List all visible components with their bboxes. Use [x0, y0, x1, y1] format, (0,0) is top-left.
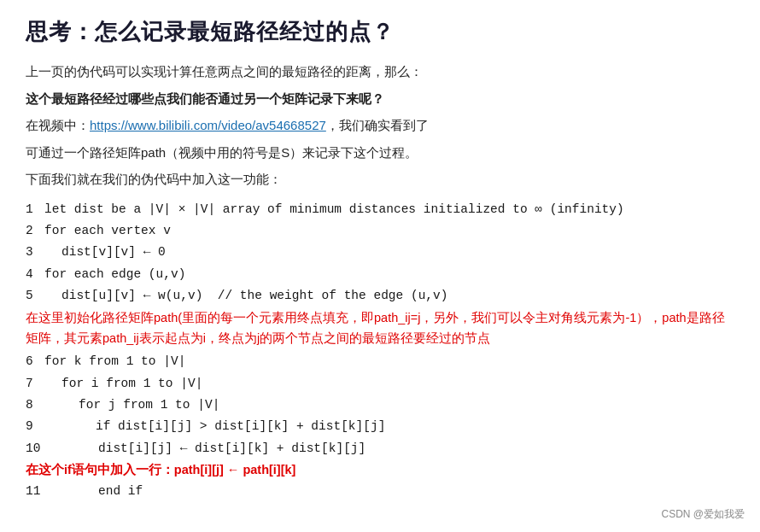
- code-line-11: 11 end if: [26, 481, 734, 502]
- red-annotation-2: 在这个if语句中加入一行：path[i][j] ← path[i][k]: [26, 459, 734, 481]
- slide-title: 思考：怎么记录最短路径经过的点？: [26, 17, 734, 47]
- code-line-9: 9 if dist[i][j] > dist[i][k] + dist[k][j…: [26, 416, 734, 437]
- intro-line4: 可通过一个路径矩阵path（视频中用的符号是S）来记录下这个过程。: [26, 142, 734, 164]
- intro-line5: 下面我们就在我们的伪代码中加入这一功能：: [26, 168, 734, 190]
- code-section: 1 let dist be a |V| × |V| array of minim…: [26, 199, 734, 503]
- bilibili-link[interactable]: https://www.bilibili.com/video/av5466852…: [90, 118, 326, 132]
- code-line-3: 3 dist[v][v] ← 0: [26, 242, 734, 263]
- intro-line3: 在视频中：https://www.bilibili.com/video/av54…: [26, 114, 734, 137]
- code-line-2: 2 for each vertex v: [26, 220, 734, 242]
- watermark: CSDN @爱如我爱: [661, 507, 745, 522]
- code-line-7: 7 for i from 1 to |V|: [26, 373, 734, 395]
- intro-line2: 这个最短路径经过哪些点我们能否通过另一个矩阵记录下来呢？: [26, 88, 734, 110]
- red-annotation-1: 在这里初始化路径矩阵path(里面的每一个元素用终点填充，即path_ij=j，…: [26, 308, 734, 349]
- code-line-10: 10 dist[i][j] ← dist[i][k] + dist[k][j]: [26, 438, 734, 459]
- code-line-5: 5 dist[u][v] ← w(u,v) // the weight of t…: [26, 285, 734, 307]
- code-line-4: 4 for each edge (u,v): [26, 264, 734, 285]
- slide-container: 思考：怎么记录最短路径经过的点？ 上一页的伪代码可以实现计算任意两点之间的最短路…: [0, 0, 760, 532]
- intro-line1: 上一页的伪代码可以实现计算任意两点之间的最短路径的距离，那么：: [26, 61, 734, 83]
- code-line-1: 1 let dist be a |V| × |V| array of minim…: [26, 199, 734, 220]
- code-line-8: 8 for j from 1 to |V|: [26, 395, 734, 416]
- code-line-6: 6 for k from 1 to |V|: [26, 351, 734, 372]
